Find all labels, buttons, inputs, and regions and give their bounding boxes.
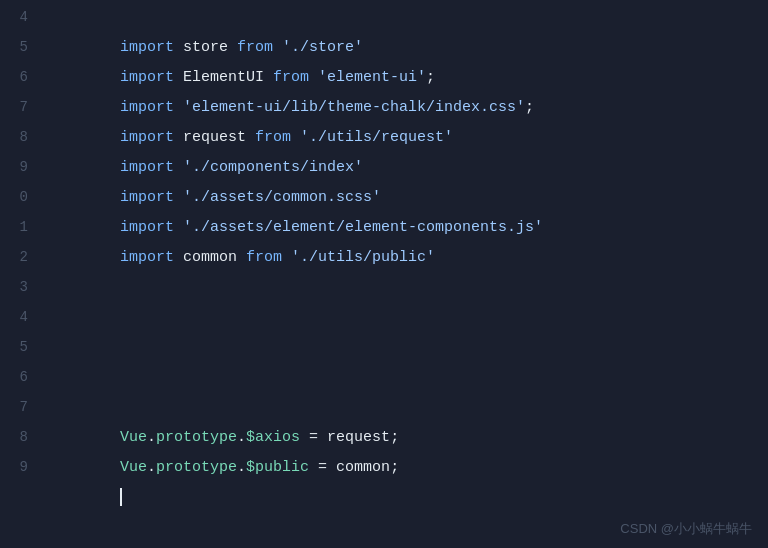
line-number: 8 bbox=[0, 422, 40, 452]
code-line-15: 5 bbox=[0, 332, 768, 362]
watermark: CSDN @小小蜗牛蜗牛 bbox=[620, 520, 752, 538]
line-number: 4 bbox=[0, 302, 40, 332]
line-number: 7 bbox=[0, 92, 40, 122]
code-line-4: 4 import store from './store' bbox=[0, 2, 768, 32]
text-cursor bbox=[120, 488, 122, 506]
code-line-18: 8 Vue.prototype.$public = common; bbox=[0, 422, 768, 452]
code-line-6: 6 import 'element-ui/lib/theme-chalk/ind… bbox=[0, 62, 768, 92]
code-line-8: 8 import './components/index' bbox=[0, 122, 768, 152]
code-line-14: 4 bbox=[0, 302, 768, 332]
code-lines: 4 import store from './store' 5 import E… bbox=[0, 0, 768, 484]
code-line-17: 7 Vue.prototype.$axios = request; bbox=[0, 392, 768, 422]
code-line-12: 2 bbox=[0, 242, 768, 272]
code-line-5: 5 import ElementUI from 'element-ui'; bbox=[0, 32, 768, 62]
code-line-16: 6 bbox=[0, 362, 768, 392]
code-line-19: 9 bbox=[0, 452, 768, 482]
line-number: 4 bbox=[0, 2, 40, 32]
line-number: 6 bbox=[0, 62, 40, 92]
line-number: 5 bbox=[0, 32, 40, 62]
code-line-13: 3 bbox=[0, 272, 768, 302]
line-number: 8 bbox=[0, 122, 40, 152]
line-number: 5 bbox=[0, 332, 40, 362]
line-number: 0 bbox=[0, 182, 40, 212]
code-line-11: 1 import common from './utils/public' bbox=[0, 212, 768, 242]
code-line-7: 7 import request from './utils/request' bbox=[0, 92, 768, 122]
line-number: 3 bbox=[0, 272, 40, 302]
code-line-9: 9 import './assets/common.scss' bbox=[0, 152, 768, 182]
code-line-10: 0 import './assets/element/element-compo… bbox=[0, 182, 768, 212]
line-number: 9 bbox=[0, 452, 40, 482]
line-number: 9 bbox=[0, 152, 40, 182]
line-number: 7 bbox=[0, 392, 40, 422]
line-number: 1 bbox=[0, 212, 40, 242]
line-number: 2 bbox=[0, 242, 40, 272]
line-number: 6 bbox=[0, 362, 40, 392]
code-editor: 4 import store from './store' 5 import E… bbox=[0, 0, 768, 548]
